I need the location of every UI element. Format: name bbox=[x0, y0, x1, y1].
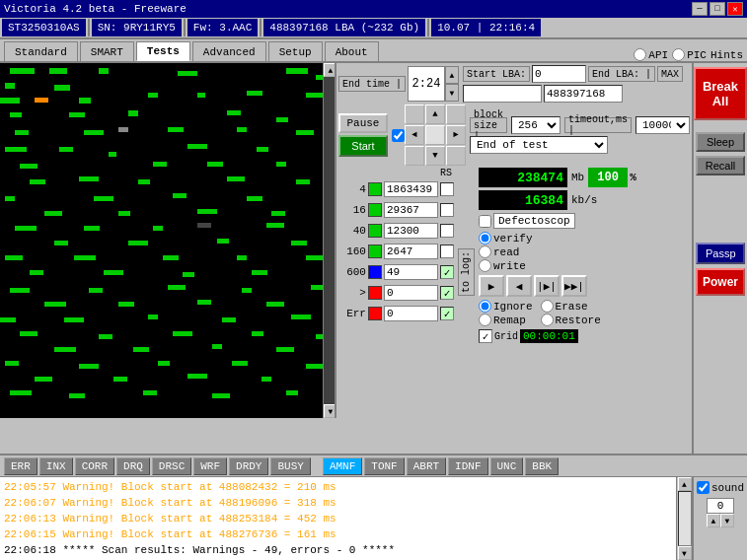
count-check-err[interactable]: ✓ bbox=[440, 307, 454, 320]
status-tab-drdy[interactable]: DRDY bbox=[229, 457, 268, 475]
mb-unit: Mb bbox=[569, 172, 586, 183]
dir-upleft[interactable] bbox=[405, 105, 424, 124]
play-btn[interactable]: ▶ bbox=[479, 275, 504, 297]
count-check-40[interactable] bbox=[440, 224, 454, 238]
tab-about[interactable]: About bbox=[325, 41, 379, 61]
write-radio[interactable] bbox=[479, 259, 491, 272]
pixel bbox=[158, 361, 170, 366]
pixel bbox=[54, 241, 68, 245]
read-radio[interactable] bbox=[479, 245, 491, 258]
time-spinbox[interactable]: 2:24 ▲ ▼ bbox=[408, 66, 459, 102]
start-lba-val-input[interactable] bbox=[463, 85, 542, 103]
step-btn[interactable]: |▶| bbox=[534, 275, 560, 297]
status-tab-tonf[interactable]: TONF bbox=[364, 457, 404, 475]
status-tab-drsc[interactable]: DRSC bbox=[152, 457, 191, 475]
status-tab-amnf[interactable]: AMNF bbox=[323, 457, 362, 475]
scroll-up[interactable]: ▲ bbox=[324, 63, 336, 77]
start-button[interactable]: Start bbox=[338, 135, 388, 157]
status-tab-drq[interactable]: DRQ bbox=[116, 457, 150, 475]
count-check-600[interactable]: ✓ bbox=[440, 265, 454, 279]
prev-btn[interactable]: ◀ bbox=[506, 275, 532, 297]
status-tab-idnf[interactable]: IDNF bbox=[448, 457, 487, 475]
side-panel: Break All Sleep Recall Passp Power bbox=[692, 63, 747, 454]
tab-smart[interactable]: SMART bbox=[80, 41, 134, 61]
close-button[interactable]: ✕ bbox=[727, 2, 743, 16]
verify-radio[interactable] bbox=[479, 232, 491, 245]
tab-setup[interactable]: Setup bbox=[268, 41, 323, 61]
defectoscop-check[interactable] bbox=[479, 215, 491, 228]
count-val-160: 2647 bbox=[384, 244, 438, 259]
remap-radio[interactable] bbox=[479, 314, 491, 326]
timeout-select[interactable]: 10000 5000 bbox=[635, 116, 690, 134]
dir-down[interactable]: ▼ bbox=[425, 146, 445, 166]
dir-downright[interactable] bbox=[446, 146, 466, 166]
log-scroll-down[interactable]: ▼ bbox=[678, 546, 692, 560]
status-tab-wrf[interactable]: WRF bbox=[193, 457, 227, 475]
start-lba-input[interactable] bbox=[532, 65, 586, 83]
passp-button[interactable]: Passp bbox=[696, 243, 745, 264]
pixel bbox=[0, 317, 16, 322]
pixel bbox=[54, 85, 70, 91]
count-check-gt[interactable]: ✓ bbox=[440, 286, 454, 300]
restore-radio[interactable] bbox=[541, 314, 554, 326]
dir-center[interactable] bbox=[425, 125, 445, 145]
status-tab-unc[interactable]: UNC bbox=[490, 457, 524, 475]
time-down[interactable]: ▼ bbox=[445, 84, 459, 102]
pause-button[interactable]: Pause bbox=[338, 113, 388, 133]
count-check-160[interactable] bbox=[440, 245, 454, 258]
tab-standard[interactable]: Standard bbox=[4, 41, 78, 61]
status-tab-bbk[interactable]: BBK bbox=[525, 457, 559, 475]
sep3 bbox=[260, 19, 261, 36]
test-mode-select[interactable]: End of test bbox=[470, 136, 608, 154]
verify-checkbox[interactable] bbox=[392, 129, 405, 142]
stepper-up[interactable]: ▲ bbox=[707, 514, 720, 527]
pixel-orange bbox=[35, 98, 48, 103]
verify-radio-group: verify read write bbox=[479, 232, 636, 272]
ignore-radio[interactable] bbox=[479, 300, 491, 313]
log-scroll-up[interactable]: ▲ bbox=[678, 477, 692, 491]
stepper-down[interactable]: ▼ bbox=[720, 514, 734, 527]
erase-radio[interactable] bbox=[541, 300, 554, 313]
api-label: API bbox=[648, 49, 668, 61]
pixel bbox=[286, 68, 308, 74]
minimize-button[interactable]: ─ bbox=[692, 2, 708, 16]
dir-right[interactable]: ► bbox=[446, 125, 466, 145]
maximize-button[interactable]: □ bbox=[710, 2, 725, 16]
timer-display: 00:00:01 bbox=[520, 329, 578, 343]
api-radio[interactable] bbox=[634, 48, 646, 61]
dir-up[interactable]: ▲ bbox=[425, 105, 445, 124]
end-btn[interactable]: ▶▶| bbox=[561, 275, 587, 297]
status-tab-busy[interactable]: BUSY bbox=[270, 457, 310, 475]
pixel bbox=[49, 68, 67, 74]
pixel bbox=[197, 93, 205, 98]
pixel bbox=[128, 241, 148, 245]
status-tab-abrt[interactable]: ABRT bbox=[407, 457, 446, 475]
end-lba-input[interactable] bbox=[544, 85, 623, 103]
pixel bbox=[187, 374, 207, 379]
dir-upright[interactable] bbox=[446, 105, 466, 124]
status-tab-err[interactable]: ERR bbox=[4, 457, 37, 475]
dir-downleft[interactable] bbox=[405, 146, 424, 166]
pixel bbox=[252, 331, 263, 336]
pic-radio[interactable] bbox=[672, 48, 685, 61]
scroll-down[interactable]: ▼ bbox=[324, 404, 336, 418]
tab-tests[interactable]: Tests bbox=[136, 41, 190, 61]
sound-check[interactable] bbox=[697, 481, 710, 494]
status-tab-corr[interactable]: CORR bbox=[75, 457, 114, 475]
power-button[interactable]: Power bbox=[696, 268, 745, 296]
tab-advanced[interactable]: Advanced bbox=[192, 41, 266, 61]
status-tab-inx[interactable]: INX bbox=[39, 457, 73, 475]
count-check-4[interactable] bbox=[440, 182, 454, 196]
block-size-select[interactable]: 256 512 1024 bbox=[511, 116, 560, 134]
grid-check[interactable]: ✓ bbox=[479, 329, 492, 343]
canvas-scrollbar[interactable]: ▲ ▼ bbox=[323, 63, 335, 418]
log-scrollbar[interactable]: ▲ ▼ bbox=[676, 477, 692, 560]
time-up[interactable]: ▲ bbox=[445, 66, 459, 84]
dir-left[interactable]: ◄ bbox=[405, 125, 424, 145]
sleep-button[interactable]: Sleep bbox=[696, 132, 745, 152]
lba-segment: 488397168 LBA (~232 Gb) bbox=[263, 19, 425, 36]
count-check-16[interactable] bbox=[440, 203, 454, 217]
time-value[interactable]: 2:24 bbox=[408, 66, 445, 102]
break-all-button[interactable]: Break All bbox=[694, 67, 747, 120]
recall-button[interactable]: Recall bbox=[696, 156, 745, 175]
